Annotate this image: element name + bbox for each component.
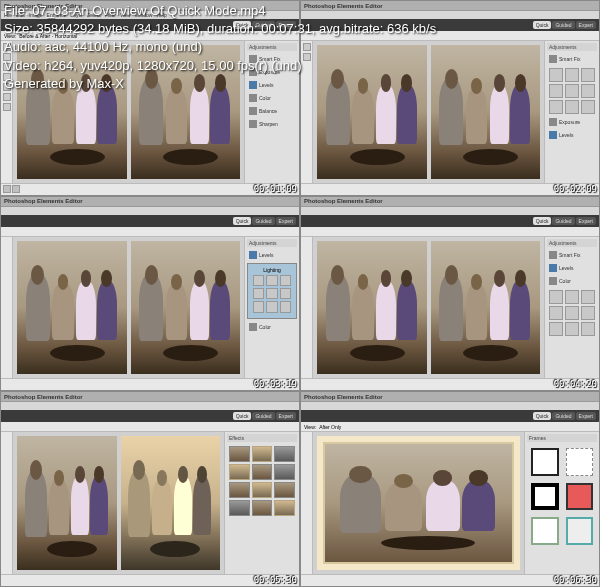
color-preset[interactable] bbox=[549, 290, 563, 304]
effect-thumb[interactable] bbox=[274, 500, 295, 516]
levels-preset[interactable] bbox=[280, 275, 291, 286]
levels-item[interactable]: Levels bbox=[547, 262, 597, 274]
color-preset[interactable] bbox=[565, 322, 579, 336]
adj-preset[interactable] bbox=[549, 84, 563, 98]
panel-header: Adjustments bbox=[547, 43, 597, 51]
adj-preset[interactable] bbox=[581, 84, 595, 98]
after-photo bbox=[431, 241, 541, 375]
adj-preset[interactable] bbox=[565, 100, 579, 114]
photobin-icon[interactable] bbox=[3, 185, 11, 193]
info-video: Video: h264, yuv420p, 1280x720, 15.00 fp… bbox=[4, 57, 436, 75]
color-preset[interactable] bbox=[581, 290, 595, 304]
smartfix-item[interactable]: Smart Fix bbox=[547, 249, 597, 261]
mode-quick[interactable]: Quick bbox=[533, 412, 552, 420]
color-preset[interactable] bbox=[581, 306, 595, 320]
adj-preset[interactable] bbox=[549, 100, 563, 114]
timestamp-6: 00:06:30 bbox=[554, 575, 597, 585]
effect-thumb[interactable] bbox=[229, 446, 250, 462]
levels-preset[interactable] bbox=[266, 275, 277, 286]
view-dropdown[interactable]: After Only bbox=[319, 424, 341, 430]
mode-guided[interactable]: Guided bbox=[252, 217, 274, 225]
titlebar: Photoshop Elements Editor bbox=[1, 197, 299, 207]
menubar bbox=[301, 207, 599, 215]
text-tool-icon[interactable] bbox=[3, 103, 11, 111]
mode-guided[interactable]: Guided bbox=[552, 21, 574, 29]
after-photo bbox=[431, 45, 541, 179]
color-item[interactable]: Color bbox=[547, 275, 597, 287]
levels-preset[interactable] bbox=[266, 301, 277, 312]
effect-thumb[interactable] bbox=[229, 482, 250, 498]
mode-guided[interactable]: Guided bbox=[552, 217, 574, 225]
levels-item[interactable]: Levels bbox=[247, 249, 297, 261]
effect-thumb[interactable] bbox=[229, 500, 250, 516]
info-size: Size: 35844292 bytes (34.18 MiB), durati… bbox=[4, 20, 436, 38]
levels-preset[interactable] bbox=[280, 301, 291, 312]
adj-preset[interactable] bbox=[565, 84, 579, 98]
effect-thumb[interactable] bbox=[274, 482, 295, 498]
exposure-item[interactable]: Exposure bbox=[547, 116, 597, 128]
smartfix-item[interactable]: Smart Fix bbox=[547, 53, 597, 65]
left-toolbar bbox=[301, 237, 313, 379]
levels-preset[interactable] bbox=[280, 288, 291, 299]
mode-quick[interactable]: Quick bbox=[233, 412, 252, 420]
effect-thumb[interactable] bbox=[252, 446, 273, 462]
adj-preset[interactable] bbox=[581, 68, 595, 82]
frame-thumb[interactable] bbox=[531, 448, 559, 476]
tooloptions-icon[interactable] bbox=[12, 185, 20, 193]
mode-expert[interactable]: Expert bbox=[576, 21, 596, 29]
levels-preset[interactable] bbox=[253, 288, 264, 299]
effect-thumb[interactable] bbox=[252, 500, 273, 516]
mode-quick[interactable]: Quick bbox=[533, 21, 552, 29]
mode-quick[interactable]: Quick bbox=[233, 217, 252, 225]
effects-grid bbox=[227, 444, 297, 518]
frames-panel: Frames bbox=[524, 432, 599, 574]
mode-expert[interactable]: Expert bbox=[576, 412, 596, 420]
effect-thumb[interactable] bbox=[229, 464, 250, 480]
before-photo bbox=[317, 241, 427, 375]
levels-item[interactable]: Levels bbox=[547, 129, 597, 141]
timestamp-5: 00:05:30 bbox=[254, 575, 297, 585]
levels-preset[interactable] bbox=[266, 288, 277, 299]
info-file: File: 07_03-An Overview Of Quick Mode.mp… bbox=[4, 2, 436, 20]
before-photo bbox=[17, 241, 127, 375]
color-preset[interactable] bbox=[565, 306, 579, 320]
effect-thumb[interactable] bbox=[274, 446, 295, 462]
adjustments-panel: Adjustments Smart Fix Exposure Levels bbox=[544, 41, 599, 183]
effect-thumb[interactable] bbox=[252, 464, 273, 480]
menubar bbox=[1, 207, 299, 215]
color-preset[interactable] bbox=[549, 306, 563, 320]
color-preset[interactable] bbox=[581, 322, 595, 336]
canvas-area bbox=[13, 237, 244, 379]
frame-thumb[interactable] bbox=[531, 517, 559, 545]
mode-bar: Quick Guided Expert bbox=[301, 410, 599, 422]
mode-expert[interactable]: Expert bbox=[276, 412, 296, 420]
frame-thumb[interactable] bbox=[566, 483, 594, 511]
color-preset[interactable] bbox=[565, 290, 579, 304]
balance-item[interactable]: Balance bbox=[247, 105, 297, 117]
frame-thumb[interactable] bbox=[566, 448, 594, 476]
levels-preset[interactable] bbox=[253, 301, 264, 312]
sharpen-item[interactable]: Sharpen bbox=[247, 118, 297, 130]
titlebar: Photoshop Elements Editor bbox=[301, 197, 599, 207]
after-photo bbox=[131, 241, 241, 375]
adj-preset[interactable] bbox=[565, 68, 579, 82]
timestamp-3: 00:03:19 bbox=[254, 379, 297, 389]
mode-expert[interactable]: Expert bbox=[576, 217, 596, 225]
titlebar: Photoshop Elements Editor bbox=[1, 392, 299, 402]
mode-expert[interactable]: Expert bbox=[276, 217, 296, 225]
info-generated: Generated by Max-X bbox=[4, 75, 436, 93]
adj-preset[interactable] bbox=[549, 68, 563, 82]
effect-thumb[interactable] bbox=[252, 482, 273, 498]
color-item[interactable]: Color bbox=[247, 321, 297, 333]
adj-preset[interactable] bbox=[581, 100, 595, 114]
effect-thumb[interactable] bbox=[274, 464, 295, 480]
color-preset[interactable] bbox=[549, 322, 563, 336]
timestamp-4: 00:04:20 bbox=[554, 379, 597, 389]
mode-quick[interactable]: Quick bbox=[533, 217, 552, 225]
frame-thumb[interactable] bbox=[566, 517, 594, 545]
levels-preset[interactable] bbox=[253, 275, 264, 286]
mode-guided[interactable]: Guided bbox=[252, 412, 274, 420]
mode-guided[interactable]: Guided bbox=[552, 412, 574, 420]
frame-thumb[interactable] bbox=[531, 483, 559, 511]
panel-header: Adjustments bbox=[547, 239, 597, 247]
